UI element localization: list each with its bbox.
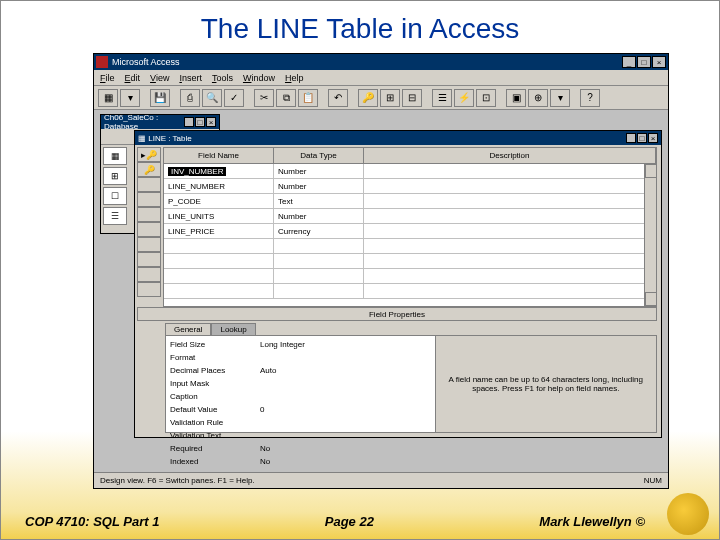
app-titlebar: Microsoft Access _ □ ×	[94, 54, 668, 70]
prop-label: Input Mask	[170, 379, 260, 392]
row-selector[interactable]	[137, 252, 161, 267]
prop-value[interactable]	[260, 431, 431, 444]
description-cell[interactable]	[364, 179, 656, 193]
row-selector[interactable]	[137, 267, 161, 282]
prop-label: Required	[170, 444, 260, 457]
tbl-minimize-button[interactable]: _	[626, 133, 636, 143]
print-button[interactable]: ⎙	[180, 89, 200, 107]
row-selector[interactable]	[137, 207, 161, 222]
menu-tools[interactable]: Tools	[212, 73, 233, 83]
data-type-cell[interactable]: Number	[274, 179, 364, 193]
row-selector[interactable]: ▸🔑	[137, 147, 161, 162]
key-button[interactable]: 🔑	[358, 89, 378, 107]
copy-button[interactable]: ⧉	[276, 89, 296, 107]
prop-value[interactable]	[260, 353, 431, 366]
field-name-cell[interactable]: LINE_PRICE	[164, 224, 274, 238]
row-selector[interactable]: 🔑	[137, 162, 161, 177]
description-cell[interactable]	[364, 194, 656, 208]
prop-value[interactable]	[260, 392, 431, 405]
tables-icon[interactable]: ▦	[103, 147, 127, 165]
prop-label: Validation Text	[170, 431, 260, 444]
builder-button[interactable]: ⚡	[454, 89, 474, 107]
field-row[interactable]	[164, 269, 656, 284]
prop-value[interactable]: No	[260, 457, 431, 470]
minimize-button[interactable]: _	[622, 56, 636, 68]
field-row[interactable]	[164, 284, 656, 299]
prop-value[interactable]: Auto	[260, 366, 431, 379]
field-row[interactable]	[164, 239, 656, 254]
data-type-cell[interactable]: Number	[274, 164, 364, 178]
queries-icon[interactable]: ⊞	[103, 167, 127, 185]
dropdown-icon[interactable]: ▾	[120, 89, 140, 107]
data-type-cell[interactable]: Text	[274, 194, 364, 208]
preview-button[interactable]: 🔍	[202, 89, 222, 107]
maximize-button[interactable]: □	[637, 56, 651, 68]
insert-rows-button[interactable]: ⊞	[380, 89, 400, 107]
row-selector[interactable]	[137, 192, 161, 207]
field-name-cell[interactable]: LINE_UNITS	[164, 209, 274, 223]
prop-label: Caption	[170, 392, 260, 405]
col-field-name[interactable]: Field Name	[164, 148, 274, 163]
undo-button[interactable]: ↶	[328, 89, 348, 107]
menu-file[interactable]: File	[100, 73, 115, 83]
row-selector[interactable]	[137, 282, 161, 297]
field-row[interactable]: LINE_NUMBER Number	[164, 179, 656, 194]
field-row[interactable]: INV_NUMBER Number	[164, 164, 656, 179]
reports-icon[interactable]: ☰	[103, 207, 127, 225]
close-button[interactable]: ×	[652, 56, 666, 68]
menu-help[interactable]: Help	[285, 73, 304, 83]
field-name-cell[interactable]: INV_NUMBER	[168, 167, 226, 176]
db-window-button[interactable]: ▣	[506, 89, 526, 107]
data-type-cell[interactable]: Currency	[274, 224, 364, 238]
properties-button[interactable]: ☰	[432, 89, 452, 107]
prop-value[interactable]: 0	[260, 405, 431, 418]
footer-page: Page 22	[325, 514, 374, 529]
description-cell[interactable]	[364, 164, 656, 178]
field-name-cell[interactable]: LINE_NUMBER	[164, 179, 274, 193]
field-name-cell[interactable]: P_CODE	[164, 194, 274, 208]
data-type-cell[interactable]: Number	[274, 209, 364, 223]
field-row[interactable]: LINE_UNITS Number	[164, 209, 656, 224]
col-data-type[interactable]: Data Type	[274, 148, 364, 163]
status-bar: Design view. F6 = Switch panes. F1 = Hel…	[94, 472, 668, 488]
prop-label: Decimal Places	[170, 366, 260, 379]
save-button[interactable]: 💾	[150, 89, 170, 107]
slide-title: The LINE Table in Access	[1, 1, 719, 51]
cut-button[interactable]: ✂	[254, 89, 274, 107]
help-button[interactable]: ?	[580, 89, 600, 107]
spell-button[interactable]: ✓	[224, 89, 244, 107]
db-close-button[interactable]: ×	[206, 117, 216, 127]
db-minimize-button[interactable]: _	[184, 117, 194, 127]
dropdown2-icon[interactable]: ▾	[550, 89, 570, 107]
prop-value[interactable]: No	[260, 444, 431, 457]
prop-label: Format	[170, 353, 260, 366]
forms-icon[interactable]: ☐	[103, 187, 127, 205]
description-cell[interactable]	[364, 209, 656, 223]
menu-insert[interactable]: Insert	[179, 73, 202, 83]
prop-value[interactable]	[260, 379, 431, 392]
vertical-scrollbar[interactable]	[644, 164, 656, 306]
description-cell[interactable]	[364, 224, 656, 238]
prop-value[interactable]	[260, 418, 431, 431]
db-maximize-button[interactable]: □	[195, 117, 205, 127]
view-button[interactable]: ▦	[98, 89, 118, 107]
indexes-button[interactable]: ⊡	[476, 89, 496, 107]
tbl-maximize-button[interactable]: □	[637, 133, 647, 143]
field-row[interactable]: P_CODE Text	[164, 194, 656, 209]
tbl-close-button[interactable]: ×	[648, 133, 658, 143]
field-row[interactable]: LINE_PRICE Currency	[164, 224, 656, 239]
menu-view[interactable]: View	[150, 73, 169, 83]
paste-button[interactable]: 📋	[298, 89, 318, 107]
col-description[interactable]: Description	[364, 148, 656, 163]
delete-rows-button[interactable]: ⊟	[402, 89, 422, 107]
row-selector[interactable]	[137, 222, 161, 237]
menu-edit[interactable]: Edit	[125, 73, 141, 83]
new-object-button[interactable]: ⊕	[528, 89, 548, 107]
prop-value[interactable]: Long Integer	[260, 340, 431, 353]
access-window: Microsoft Access _ □ × File Edit View In…	[93, 53, 669, 489]
table-design-window: ▦ LINE : Table _ □ × ▸🔑 🔑	[134, 130, 662, 438]
field-row[interactable]	[164, 254, 656, 269]
menu-window[interactable]: Window	[243, 73, 275, 83]
row-selector[interactable]	[137, 237, 161, 252]
row-selector[interactable]	[137, 177, 161, 192]
